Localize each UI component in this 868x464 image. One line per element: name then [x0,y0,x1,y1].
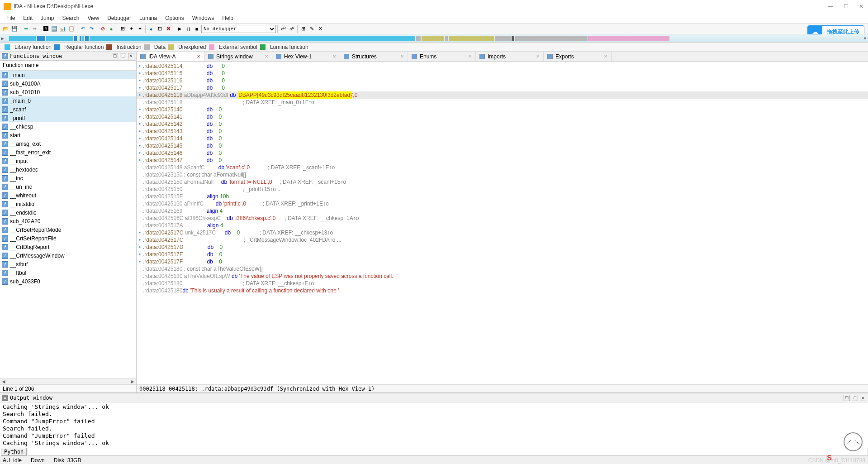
pause-icon[interactable]: ⏸ [184,25,192,33]
back-icon[interactable]: ⬅ [22,25,30,33]
code-line[interactable]: .rdata:0042517A align 4 [137,222,868,229]
function-item[interactable]: f__CrtSetReportFile [0,234,136,243]
tab-ida-view-a[interactable]: IDA View-A✕ [137,52,204,61]
close-icon[interactable]: ✕ [536,54,540,59]
code-line[interactable]: .rdata:00425150 ; _printf+15↑o ... [137,186,868,193]
close-icon[interactable]: ✕ [468,54,472,59]
tool-icon[interactable]: ✎ [308,25,316,33]
menu-view[interactable]: View [84,14,103,22]
function-item[interactable]: fsub_40100A [0,79,136,88]
menu-file[interactable]: File [3,14,19,22]
function-item[interactable]: fsub_4033F0 [0,277,136,286]
tab-structures[interactable]: Structures✕ [340,52,408,61]
function-item[interactable]: fsub_402A20 [0,217,136,225]
tool-icon[interactable]: ☍ [279,25,287,33]
code-line[interactable]: .rdata:00425150 ; const char aFormatNull… [137,171,868,178]
close-icon[interactable]: ✕ [604,54,607,59]
function-item[interactable]: f__whiteout [0,191,136,200]
code-line[interactable]: ●.rdata:0042517E db 0 [137,251,868,258]
code-line[interactable]: ●.rdata:00425141 db 0 [137,113,868,120]
function-item[interactable]: f__CrtDbgReport [0,243,136,251]
menu-options[interactable]: Options [161,14,187,22]
dock-button[interactable]: ☐ [844,395,850,401]
tool-icon[interactable]: 📋 [67,25,76,33]
tool-icon[interactable]: ⊞ [299,25,307,33]
menu-debugger[interactable]: Debugger [104,14,135,22]
function-item[interactable]: f_main [0,71,136,79]
menu-windows[interactable]: Windows [189,14,218,22]
tab-exports[interactable]: Exports✕ [544,52,612,61]
code-line[interactable]: ●.rdata:0042517C ; _CrtMessageWindow:loc… [137,236,868,244]
code-line[interactable]: ●.rdata:00425147 db 0 [137,157,868,164]
redo-icon[interactable]: ↷ [87,25,95,33]
code-line[interactable]: ●.rdata:00425140 db 0 [137,106,868,113]
code-line[interactable]: .rdata:00425169 align 4 [137,207,868,215]
function-item[interactable]: f__input [0,157,136,165]
code-line[interactable]: .rdata:00425180 aTheValueOfEspW db 'The … [137,273,868,280]
code-line[interactable]: ●.rdata:00425117 db 0 [137,84,868,91]
dock-button[interactable]: ☐ [112,53,118,59]
code-line[interactable]: ●.rdata:0042517D db 0 [137,244,868,251]
function-item[interactable]: f__initstdio [0,200,136,208]
disassembly-view[interactable]: ●.rdata:00425114 db 0●.rdata:00425115 db… [137,62,868,384]
tool-icon[interactable]: ⊘ [99,25,107,33]
code-line[interactable]: ●.rdata:00425145 db 0 [137,142,868,149]
close-icon[interactable]: ✕ [265,54,268,59]
tool-icon[interactable]: ✦ [136,25,144,33]
save-icon[interactable]: 💾 [10,25,19,33]
function-item[interactable]: fsub_401010 [0,88,136,96]
code-line[interactable]: ●.rdata:0042517F db 0 [137,258,868,265]
tool-icon[interactable]: 📊 [59,25,67,33]
tool-icon[interactable]: 🅰 [42,25,50,33]
tab-hex-view-1[interactable]: Hex View-1✕ [272,52,340,61]
code-line[interactable]: ●.rdata:0042517C unk_42517C db 0 ; DATA … [137,229,868,236]
function-item[interactable]: f__hextodec [0,165,136,174]
tool-icon[interactable]: ● [107,25,115,33]
tool-icon[interactable]: ♦ [147,25,155,33]
functions-list[interactable]: f_mainfsub_40100Afsub_401010f_main_0f_sc… [0,71,136,378]
code-line[interactable]: ●.rdata:00425115 db 0 [137,70,868,77]
close-button[interactable]: × [860,395,866,401]
code-line[interactable]: .rdata:0042515F align 10h [137,193,868,200]
tab-imports[interactable]: Imports✕ [476,52,544,61]
close-button[interactable]: × [128,53,134,59]
restore-button[interactable]: □ [852,395,858,401]
close-icon[interactable]: ✕ [197,54,200,59]
tool-icon[interactable]: 🔤 [50,25,58,33]
open-icon[interactable]: 📂 [2,25,10,33]
menu-search[interactable]: Search [58,14,83,22]
tool-icon[interactable]: ⊡ [156,25,164,33]
code-line[interactable]: .rdata:00425150 aFormatNull db 'format !… [137,178,868,186]
function-item[interactable]: f__endstdio [0,208,136,217]
fwd-icon[interactable]: ➡ [30,25,38,33]
tab-enums[interactable]: Enums✕ [408,52,476,61]
code-line[interactable]: .rdata:00425118 ; DATA XREF: _main_0+1F↑… [137,99,868,106]
code-line[interactable]: .rdata:00425160 aPrintfC db 'printf.c',0… [137,200,868,207]
tool-icon[interactable]: ✕ [316,25,324,33]
code-line[interactable]: ●.rdata:00425146 db 0 [137,149,868,157]
code-line[interactable]: .rdata:00425180 ; const char aTheValueOf… [137,265,868,273]
function-item[interactable]: f__inc [0,174,136,182]
undo-icon[interactable]: ↶ [79,25,87,33]
tool-icon[interactable]: ⊞ [119,25,127,33]
function-item[interactable]: f_printf [0,114,136,122]
code-line[interactable]: ●.rdata:00425142 db 0 [137,120,868,128]
scroll-bar[interactable]: ◄► [0,378,136,384]
restore-button[interactable]: □ [120,53,126,59]
close-button[interactable]: ✕ [858,3,864,10]
tool-icon[interactable]: ✖ [164,25,172,33]
menu-help[interactable]: Help [218,14,237,22]
menu-jump[interactable]: Jump [37,14,57,22]
menu-lumina[interactable]: Lumina [136,14,161,22]
code-line[interactable]: .rdata:00425148 aScanfC db 'scanf.c',0 ;… [137,164,868,171]
functions-col-header[interactable]: Function name [0,61,136,71]
function-item[interactable]: f__amsg_exit [0,139,136,148]
function-item[interactable]: f__un_inc [0,182,136,191]
code-line[interactable]: .rdata:00425180db 'This is usually a res… [137,287,868,294]
tab-strings-window[interactable]: Strings window✕ [204,52,272,61]
function-item[interactable]: f__chkesp [0,122,136,131]
navigation-bar[interactable]: ▶ ▼ [0,34,868,43]
function-item[interactable]: fstart [0,131,136,139]
function-item[interactable]: f_main_0 [0,96,136,105]
function-item[interactable]: f__ftbuf [0,268,136,277]
